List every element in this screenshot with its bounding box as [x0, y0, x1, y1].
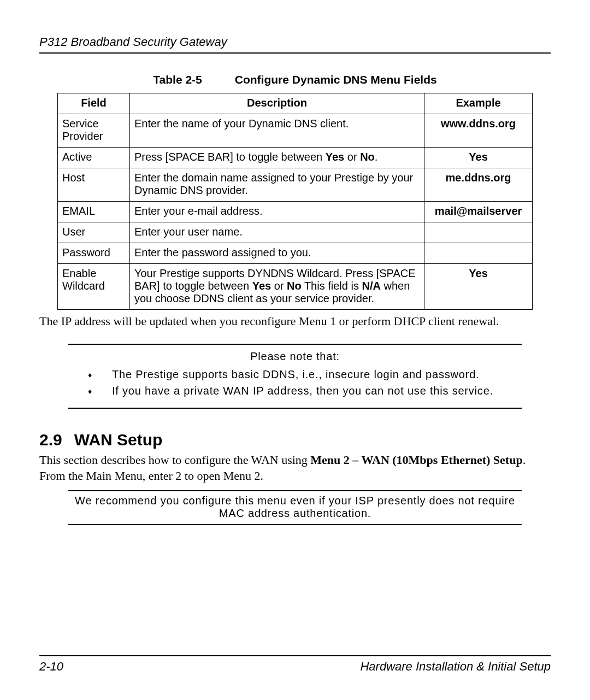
cell-example: Yes [424, 148, 533, 168]
diamond-bullet-icon: ♦ [68, 385, 112, 398]
note-item: ♦ If you have a private WAN IP address, … [68, 385, 522, 398]
table-title: Configure Dynamic DNS Menu Fields [235, 73, 437, 86]
table-number: Table 2-5 [153, 73, 202, 86]
page-header: P312 Broadband Security Gateway [39, 35, 551, 54]
page-number: 2-10 [39, 660, 63, 674]
table-caption: Table 2-5Configure Dynamic DNS Menu Fiel… [39, 73, 551, 86]
cell-desc: Enter the name of your Dynamic DNS clien… [129, 114, 424, 148]
cell-example: me.ddns.org [424, 168, 533, 202]
table-row: Enable Wildcard Your Prestige supports D… [58, 264, 533, 310]
cell-example: mail@mailserver [424, 202, 533, 222]
table-row: EMAIL Enter your e-mail address. mail@ma… [58, 202, 533, 222]
cell-field: Active [58, 148, 130, 168]
cell-example: Yes [424, 264, 533, 310]
cell-field: Service Provider [58, 114, 130, 148]
table-row: Active Press [SPACE BAR] to toggle betwe… [58, 148, 533, 168]
th-example: Example [424, 93, 533, 114]
section-paragraph: This section describes how to configure … [39, 452, 551, 484]
note-title: Please note that: [68, 350, 522, 363]
table-row: User Enter your user name. [58, 222, 533, 243]
th-field: Field [58, 93, 130, 114]
th-description: Description [129, 93, 424, 114]
post-table-text: The IP address will be updated when you … [39, 314, 551, 328]
cell-desc: Enter your e-mail address. [129, 202, 424, 222]
note-item: ♦ The Prestige supports basic DDNS, i.e.… [68, 368, 522, 381]
section-heading: 2.9WAN Setup [39, 431, 551, 449]
cell-example [424, 222, 533, 243]
cell-desc: Enter the domain name assigned to your P… [129, 168, 424, 202]
table-header-row: Field Description Example [58, 93, 533, 114]
diamond-bullet-icon: ♦ [68, 368, 112, 381]
section-title: WAN Setup [74, 431, 163, 449]
cell-desc: Enter your user name. [129, 222, 424, 243]
table-row: Service Provider Enter the name of your … [58, 114, 533, 148]
recommend-note: We recommend you configure this menu eve… [68, 490, 522, 525]
note-item-text: If you have a private WAN IP address, th… [112, 385, 522, 397]
table-row: Host Enter the domain name assigned to y… [58, 168, 533, 202]
cell-field: User [58, 222, 130, 243]
note-item-text: The Prestige supports basic DDNS, i.e., … [112, 368, 522, 381]
chapter-title: Hardware Installation & Initial Setup [360, 660, 551, 674]
cell-desc: Your Prestige supports DYNDNS Wildcard. … [129, 264, 424, 310]
table-row: Password Enter the password assigned to … [58, 243, 533, 264]
cell-desc: Press [SPACE BAR] to toggle between Yes … [129, 148, 424, 168]
cell-field: Enable Wildcard [58, 264, 130, 310]
cell-desc: Enter the password assigned to you. [129, 243, 424, 264]
cell-field: Host [58, 168, 130, 202]
cell-field: EMAIL [58, 202, 130, 222]
note-box: Please note that: ♦ The Prestige support… [68, 344, 522, 409]
ddns-config-table: Field Description Example Service Provid… [57, 93, 533, 310]
header-product-name: P312 Broadband Security Gateway [39, 35, 227, 49]
section-number: 2.9 [39, 431, 62, 449]
page-footer: 2-10 Hardware Installation & Initial Set… [39, 655, 551, 674]
cell-example [424, 243, 533, 264]
cell-field: Password [58, 243, 130, 264]
cell-example: www.ddns.org [424, 114, 533, 148]
